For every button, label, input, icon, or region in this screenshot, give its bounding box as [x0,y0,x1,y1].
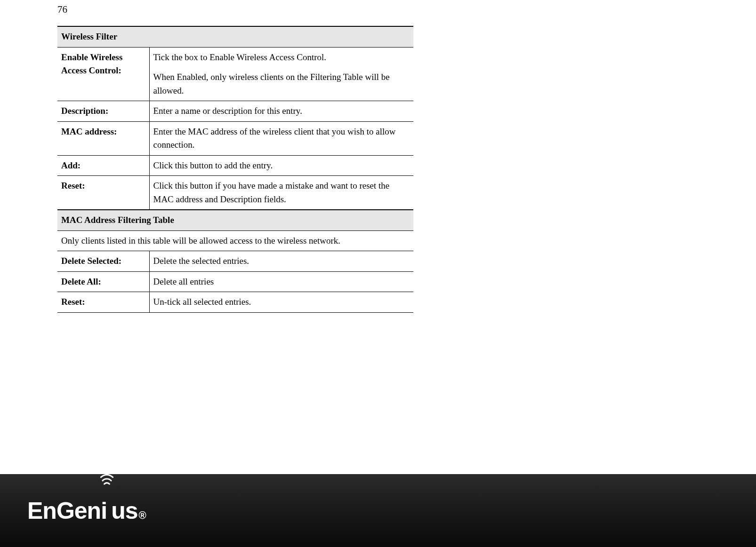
row-value: Delete all entries [149,271,413,292]
table-row: Delete Selected: Delete the selected ent… [57,251,413,272]
table-row: Reset: Click this button if you have mad… [57,176,413,210]
registered-icon: ® [139,509,146,522]
section-header-label: Wireless Filter [57,26,413,47]
table-row-note: Only clients listed in this table will b… [57,230,413,251]
logo-text-part2: us [111,497,137,524]
table-row: MAC address: Enter the MAC address of th… [57,121,413,155]
row-label: Enable Wireless Access Control: [57,47,149,101]
row-label: Delete Selected: [57,251,149,272]
section-header-mac-table: MAC Address Filtering Table [57,210,413,230]
section-header-label: MAC Address Filtering Table [57,210,413,230]
row-label: MAC address: [57,121,149,155]
page-number: 76 [57,4,67,16]
row-note: Only clients listed in this table will b… [57,230,413,251]
row-label: Add: [57,155,149,176]
row-label: Reset: [57,292,149,313]
engenius-logo: EnGen ius® [27,497,146,524]
row-label: Reset: [57,176,149,210]
row-value-line1: Tick the box to Enable Wireless Access C… [153,51,410,64]
row-value: Tick the box to Enable Wireless Access C… [149,47,413,101]
wireless-filter-table: Wireless Filter Enable Wireless Access C… [57,26,413,313]
row-label: Description: [57,101,149,122]
table-row: Delete All: Delete all entries [57,271,413,292]
content-area: Wireless Filter Enable Wireless Access C… [57,26,413,313]
row-value: Click this button if you have made a mis… [149,176,413,210]
row-label: Delete All: [57,271,149,292]
table-row: Enable Wireless Access Control: Tick the… [57,47,413,101]
row-value: Enter the MAC address of the wireless cl… [149,121,413,155]
logo-text-part1: EnGen [27,497,101,524]
logo-i: i [101,498,110,524]
row-value: Delete the selected entries. [149,251,413,272]
table-row: Description: Enter a name or description… [57,101,413,122]
table-row: Add: Click this button to add the entry. [57,155,413,176]
footer: EnGen ius® [0,474,756,547]
logo-wifi-container: i [101,497,111,524]
wifi-icon [98,471,115,488]
row-value: Click this button to add the entry. [149,155,413,176]
table-row: Reset: Un-tick all selected entries. [57,292,413,313]
row-value: Un-tick all selected entries. [149,292,413,313]
row-value-line2: When Enabled, only wireless clients on t… [153,71,410,97]
section-header-wireless-filter: Wireless Filter [57,26,413,47]
row-value: Enter a name or description for this ent… [149,101,413,122]
